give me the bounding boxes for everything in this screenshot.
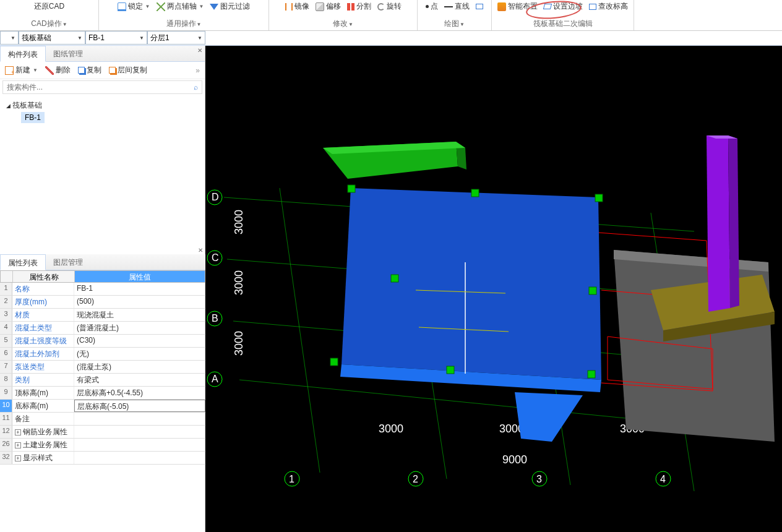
mirror-icon (285, 3, 293, 11)
tab-layer-manage[interactable]: 图层管理 (46, 254, 90, 270)
panel-close-button[interactable]: ✕ (197, 47, 202, 54)
property-row[interactable]: 2厚度(mm)(500) (0, 296, 205, 309)
property-row[interactable]: 6混凝土外加剂(无) (0, 348, 205, 361)
search-icon[interactable]: ⌕ (194, 83, 198, 92)
mirror-button[interactable]: 镜像 (285, 1, 309, 12)
viewport-3d[interactable]: DCBA 1234 300030003000 300030003000 9000 (205, 46, 782, 532)
filter-icon (210, 4, 218, 10)
restore-cad-button[interactable]: 还原CAD (34, 1, 64, 12)
property-row[interactable]: 9顶标高(m)层底标高+0.5(-4.55) (0, 387, 205, 400)
point-icon (426, 5, 429, 8)
smart-icon (497, 2, 506, 11)
ribbon: 还原CAD CAD操作▼ 锁定▼ 两点辅轴▼ 图元过滤 通用操作▼ 镜像 偏移 … (0, 0, 782, 31)
component-tree: 筏板基础 FB-1 (0, 95, 205, 127)
svg-text:B: B (212, 313, 218, 324)
left-sidebar: ✕ 构件列表 图纸管理 新建▼ 删除 复制 层间复制 » ⌕ 筏板基础 FB-1… (0, 46, 205, 532)
component-toolbar: 新建▼ 删除 复制 层间复制 » (0, 62, 205, 79)
svg-rect-46 (348, 185, 355, 192)
slope-icon (543, 4, 552, 9)
rotate-button[interactable]: 旋转 (377, 1, 402, 12)
svg-text:2: 2 (413, 474, 418, 484)
axis-icon (157, 2, 165, 11)
copy-icon (78, 67, 85, 74)
line-icon (444, 6, 453, 7)
new-icon (5, 66, 14, 75)
rect-icon (476, 4, 483, 9)
split-icon (347, 3, 354, 11)
svg-rect-47 (471, 189, 479, 197)
property-rows: 1名称FB-12厚度(mm)(500)3材质现浇混凝土4混凝土类型(普通混凝土)… (0, 283, 205, 465)
svg-text:4: 4 (660, 474, 666, 484)
layer-copy-icon (109, 67, 116, 74)
layer-copy-button[interactable]: 层间复制 (109, 65, 147, 75)
property-row[interactable]: 7泵送类型(混凝土泵) (0, 361, 205, 374)
svg-text:1: 1 (289, 474, 294, 484)
svg-text:D: D (212, 192, 219, 202)
tab-component-list[interactable]: 构件列表 (0, 46, 46, 62)
svg-rect-53 (589, 287, 596, 294)
svg-rect-48 (595, 194, 603, 202)
tree-root[interactable]: 筏板基础 (6, 99, 199, 112)
svg-text:3000: 3000 (233, 270, 245, 295)
smart-layout-button[interactable]: 智能布置 (497, 1, 538, 12)
selector-category[interactable]: 筏板基础▼ (19, 31, 85, 45)
svg-text:3000: 3000 (233, 210, 245, 234)
selector-1[interactable]: ▼ (0, 31, 19, 45)
tab-drawing-manage[interactable]: 图纸管理 (46, 46, 90, 61)
line-button[interactable]: 直线 (444, 1, 470, 12)
property-header: 属性名称 属性值 (0, 270, 205, 283)
lock-button[interactable]: 锁定▼ (118, 1, 150, 12)
selector-layer[interactable]: 分层1▼ (147, 31, 205, 45)
property-row[interactable]: 26+土建业务属性 (0, 439, 205, 452)
elevation-icon (589, 4, 596, 10)
property-row[interactable]: 5混凝土强度等级(C30) (0, 335, 205, 348)
set-slope-button[interactable]: 设置边坡 (544, 1, 583, 12)
property-row[interactable]: 32+显示样式 (0, 452, 205, 465)
tab-property-list[interactable]: 属性列表 (0, 254, 46, 270)
svg-marker-35 (728, 135, 739, 308)
property-row[interactable]: 1名称FB-1 (0, 283, 205, 296)
component-tabs: 构件列表 图纸管理 (0, 46, 205, 62)
property-tabs: 属性列表 图层管理 (0, 254, 205, 270)
svg-text:3: 3 (536, 474, 542, 484)
property-row[interactable]: 3材质现浇混凝土 (0, 309, 205, 322)
point-button[interactable]: 点 (426, 1, 438, 12)
selector-row: ▼ 筏板基础▼ FB-1▼ 分层1▼ (0, 31, 782, 46)
copy-button[interactable]: 复制 (78, 65, 101, 75)
tree-item-fb1[interactable]: FB-1 (21, 112, 45, 123)
property-row[interactable]: 12+钢筋业务属性 (0, 426, 205, 439)
search-input[interactable] (7, 83, 194, 92)
new-button[interactable]: 新建▼ (5, 65, 38, 75)
svg-rect-50 (447, 366, 454, 374)
selector-component[interactable]: FB-1▼ (85, 31, 147, 45)
search-box[interactable]: ⌕ (2, 80, 202, 94)
delete-button[interactable]: 删除 (45, 65, 71, 75)
svg-marker-37 (342, 188, 601, 380)
check-elevation-button[interactable]: 查改标高 (589, 1, 628, 12)
lock-icon (118, 2, 126, 11)
svg-rect-51 (588, 371, 595, 378)
filter-button[interactable]: 图元过滤 (210, 1, 250, 12)
col-value-header[interactable]: 属性值 (75, 271, 205, 282)
svg-text:C: C (212, 252, 219, 263)
rect-button[interactable] (476, 4, 483, 9)
delete-icon (45, 66, 54, 75)
svg-rect-52 (391, 275, 398, 282)
split-button[interactable]: 分割 (347, 1, 371, 12)
prop-panel-close[interactable]: ✕ (198, 247, 203, 254)
property-row[interactable]: 10底标高(m)层底标高(-5.05) (0, 400, 205, 413)
col-name-header: 属性名称 (13, 271, 75, 282)
two-point-axis-button[interactable]: 两点辅轴▼ (157, 1, 204, 12)
svg-line-4 (280, 188, 320, 473)
svg-text:3000: 3000 (233, 331, 245, 356)
dim-total: 9000 (502, 453, 527, 466)
property-row[interactable]: 4混凝土类型(普通混凝土) (0, 322, 205, 335)
rotate-icon (377, 3, 385, 11)
svg-rect-49 (330, 358, 338, 366)
toolbar-more-icon[interactable]: » (196, 66, 200, 75)
offset-button[interactable]: 偏移 (316, 1, 341, 12)
svg-marker-34 (707, 135, 730, 312)
property-row[interactable]: 8类别有梁式 (0, 374, 205, 387)
svg-marker-39 (515, 392, 583, 442)
property-row[interactable]: 11备注 (0, 413, 205, 426)
